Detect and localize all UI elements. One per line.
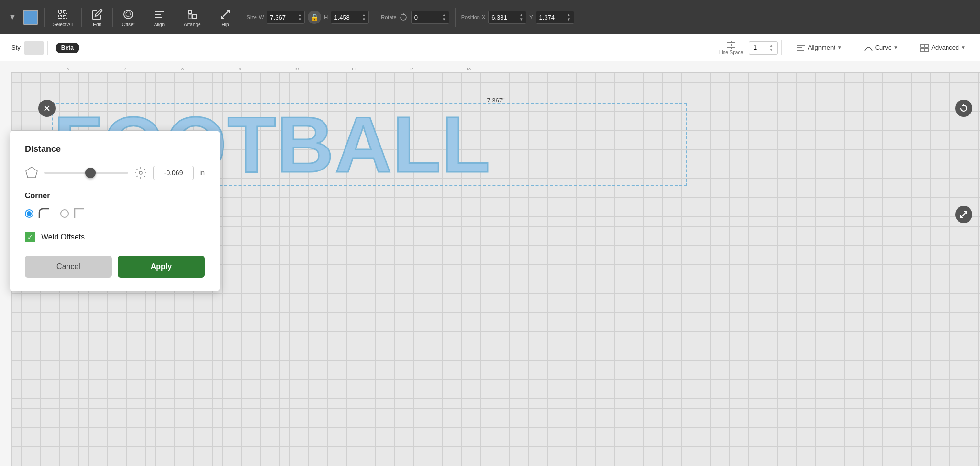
- curve-label: Curve: [875, 44, 892, 51]
- alignment-section: Alignment ▼: [790, 41, 849, 55]
- ruler-6: 6: [67, 67, 69, 71]
- settings-icon: [134, 166, 147, 180]
- svg-rect-22: [921, 44, 924, 47]
- canvas-area: 6 7 8 9 10 11 12 13 7.367" FOOTBALL: [0, 61, 980, 466]
- size-label: Size: [247, 14, 257, 20]
- line-space-input[interactable]: 1 ▲▼: [749, 41, 778, 55]
- color-swatch[interactable]: [23, 10, 38, 25]
- curve-dropdown-icon: ▼: [893, 45, 898, 50]
- lock-icon[interactable]: 🔒: [308, 11, 321, 24]
- resize-handle[interactable]: [955, 206, 972, 223]
- ruler-numbers: 6 7 8 9 10 11 12 13: [11, 61, 980, 73]
- top-toolbar: ▼ Select All Edit: [0, 0, 980, 34]
- corner-rounded-option[interactable]: [25, 207, 51, 220]
- corner-options: [25, 207, 205, 220]
- edit-button[interactable]: Edit: [88, 6, 107, 29]
- advanced-section: Advanced ▼: [913, 41, 972, 55]
- slider-thumb[interactable]: [85, 168, 96, 178]
- edit-icon: [90, 8, 104, 21]
- ruler-12: 12: [409, 67, 413, 71]
- distance-row: in: [25, 166, 205, 180]
- divider-4: [144, 8, 144, 27]
- svg-line-12: [221, 10, 230, 19]
- offset-button[interactable]: Offset: [119, 6, 138, 29]
- weld-label: Weld Offsets: [41, 233, 85, 241]
- ruler-13: 13: [466, 67, 471, 71]
- svg-rect-11: [188, 15, 192, 19]
- svg-rect-9: [188, 10, 192, 14]
- alignment-button[interactable]: Alignment ▼: [793, 41, 845, 55]
- text-toolbar: Sty Beta Line Space 1 ▲▼: [0, 34, 980, 61]
- cancel-button[interactable]: Cancel: [25, 256, 112, 278]
- alignment-icon: [796, 43, 806, 53]
- svg-rect-2: [58, 15, 62, 19]
- slider-track: [44, 172, 128, 174]
- svg-point-5: [126, 12, 131, 17]
- distance-input[interactable]: [153, 166, 194, 180]
- corner-sharp-option[interactable]: [60, 207, 86, 220]
- dropdown-arrow[interactable]: ▼: [6, 11, 19, 23]
- align-button[interactable]: Align: [150, 6, 169, 29]
- line-space-icon: [726, 40, 736, 50]
- rotate-input[interactable]: 0 ▲▼: [411, 11, 449, 24]
- ruler-7: 7: [124, 67, 126, 71]
- position-label: Position: [461, 14, 480, 20]
- apply-button[interactable]: Apply: [118, 256, 205, 278]
- radio-rounded[interactable]: [25, 209, 33, 218]
- svg-rect-3: [64, 15, 67, 19]
- panel-buttons: Cancel Apply: [25, 256, 205, 278]
- svg-line-29: [961, 212, 967, 217]
- sharp-corner-icon: [73, 207, 86, 220]
- size-h-input[interactable]: 1.458 ▲▼: [331, 11, 369, 24]
- size-w-label: W: [259, 14, 264, 20]
- position-y-input[interactable]: 1.374 ▲▼: [536, 11, 574, 24]
- size-w-spinner[interactable]: ▲▼: [298, 13, 301, 22]
- divider-5: [175, 8, 175, 27]
- rotate-icon: [399, 12, 408, 22]
- select-all-button[interactable]: Select All: [50, 6, 76, 29]
- distance-title: Distance: [25, 144, 205, 154]
- style-section: Sty: [8, 41, 48, 55]
- advanced-button[interactable]: Advanced ▼: [917, 41, 969, 55]
- divider-2: [81, 8, 82, 27]
- radio-sharp[interactable]: [60, 209, 69, 218]
- offset-panel: Distance in Corner: [10, 131, 220, 291]
- position-y-spinner[interactable]: ▲▼: [567, 13, 571, 22]
- rounded-corner-icon: [37, 207, 51, 220]
- size-w-input[interactable]: 7.367 ▲▼: [267, 11, 305, 24]
- curve-icon: [864, 43, 873, 53]
- ruler-9: 9: [239, 67, 241, 71]
- advanced-icon: [920, 43, 929, 53]
- divider-7: [241, 8, 241, 27]
- flip-icon: [219, 8, 232, 21]
- radio-inner: [27, 211, 32, 216]
- refresh-icon: [959, 104, 968, 113]
- close-icon: [43, 104, 51, 113]
- position-x-spinner[interactable]: ▲▼: [519, 13, 523, 22]
- ruler-8: 8: [181, 67, 184, 71]
- position-x-input[interactable]: 6.381 ▲▼: [488, 11, 526, 24]
- rotate-spinner[interactable]: ▲▼: [442, 13, 446, 22]
- refresh-handle[interactable]: [955, 100, 972, 117]
- svg-rect-24: [921, 48, 924, 52]
- divider-6: [210, 8, 210, 27]
- unit-label: in: [200, 169, 205, 177]
- weld-checkbox[interactable]: ✓: [25, 232, 35, 242]
- size-h-label: H: [324, 14, 328, 20]
- size-h-spinner[interactable]: ▲▼: [362, 13, 366, 22]
- distance-slider[interactable]: [44, 168, 128, 178]
- curve-section: Curve ▼: [857, 41, 906, 55]
- close-handle[interactable]: [38, 100, 56, 117]
- svg-rect-25: [925, 48, 928, 52]
- arrange-button[interactable]: Arrange: [181, 6, 204, 29]
- svg-point-4: [124, 10, 133, 19]
- svg-rect-1: [64, 10, 67, 13]
- size-group: Size W 7.367 ▲▼ 🔒 H 1.458 ▲▼: [247, 11, 369, 24]
- flip-button[interactable]: Flip: [216, 6, 235, 29]
- ruler-10: 10: [294, 67, 299, 71]
- svg-rect-10: [193, 15, 197, 19]
- line-space-spinner[interactable]: ▲▼: [769, 44, 773, 52]
- curve-button[interactable]: Curve ▼: [861, 41, 902, 55]
- style-dropdown[interactable]: [24, 41, 44, 55]
- advanced-dropdown-icon: ▼: [961, 45, 966, 50]
